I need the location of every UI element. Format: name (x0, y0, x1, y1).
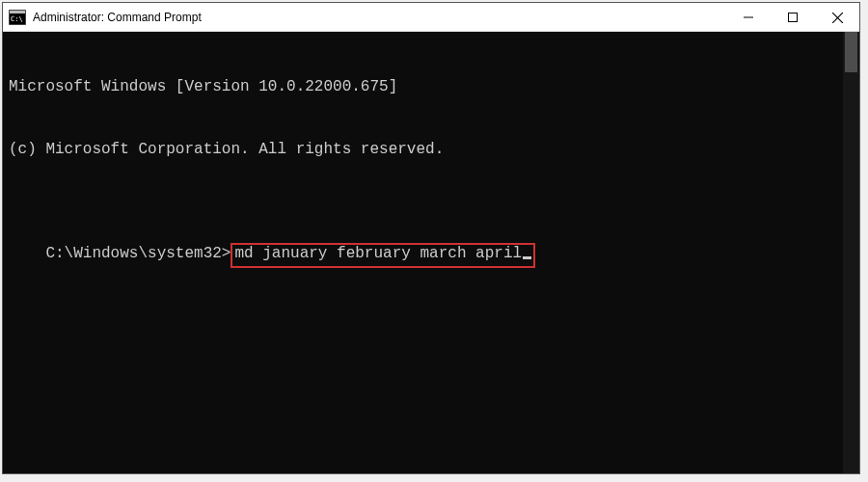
scrollbar[interactable] (843, 32, 859, 473)
minimize-button[interactable] (726, 3, 771, 32)
cmd-icon: C:\ (9, 10, 26, 25)
terminal-area[interactable]: Microsoft Windows [Version 10.0.22000.67… (3, 32, 859, 473)
titlebar[interactable]: C:\ Administrator: Command Prompt (3, 3, 859, 32)
command-text: md january february march april (234, 245, 522, 262)
svg-text:C:\: C:\ (11, 15, 23, 23)
scrollbar-thumb[interactable] (845, 32, 857, 72)
window-title: Administrator: Command Prompt (33, 11, 726, 24)
cursor (523, 256, 531, 259)
blank-line (9, 202, 854, 223)
svg-rect-4 (789, 13, 798, 22)
close-button[interactable] (815, 3, 859, 32)
command-highlight: md january february march april (231, 243, 535, 267)
prompt-line: C:\Windows\system32>md january february … (45, 245, 535, 262)
prompt: C:\Windows\system32> (45, 245, 231, 262)
svg-rect-1 (10, 11, 25, 13)
version-line: Microsoft Windows [Version 10.0.22000.67… (9, 77, 854, 98)
maximize-button[interactable] (771, 3, 815, 32)
window-controls (726, 3, 859, 31)
copyright-line: (c) Microsoft Corporation. All rights re… (9, 140, 854, 161)
command-prompt-window: C:\ Administrator: Command Prompt (2, 2, 860, 474)
